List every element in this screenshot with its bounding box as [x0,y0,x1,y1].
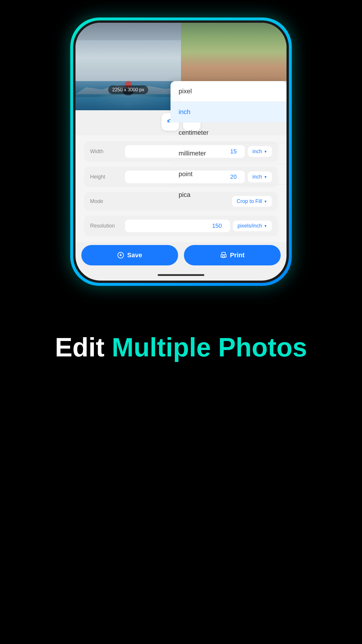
photos-strip [75,23,287,81]
kayak-photo: 2250 x 3000 px [75,81,181,110]
save-button[interactable]: Save [81,245,178,265]
phone-inner: 2250 x 3000 px pixel inch [73,20,289,283]
hero-line-3: Edit Resolution (DPI) [51,405,312,435]
dropdown-item-inch[interactable]: inch [171,102,287,123]
hero-line-2: Support All Units [74,369,288,399]
height-label: Height [90,174,125,180]
middle-section: 2250 x 3000 px pixel inch [75,81,287,110]
hero-line-1: Edit Multiple Photos [55,332,307,363]
dropdown-item-pica[interactable]: pica [171,185,287,205]
mode-label: Mode [90,198,125,204]
phone-outer: 2250 x 3000 px pixel inch [70,18,292,286]
phone-screen: 2250 x 3000 px pixel inch [75,23,287,281]
resolution-unit-selector[interactable]: pixels/inch [233,220,272,231]
photo-left [75,23,181,81]
print-button[interactable]: Print [184,245,281,265]
hero-line1-white: Edit [55,333,112,362]
dropdown-item-centimeter[interactable]: centimeter [171,123,287,143]
image-size-label: 2250 x 3000 px [108,85,148,94]
dropdown-item-point[interactable]: point [171,164,287,185]
dropdown-item-millimeter[interactable]: millimeter [171,143,287,164]
download-icon [117,252,124,259]
phone-section: 2250 x 3000 px pixel inch [0,0,362,309]
action-buttons: Save Print [75,242,287,271]
photo-right [181,23,287,81]
resolution-value[interactable]: 150 [130,223,225,229]
resolution-label: Resolution [90,223,125,229]
resolution-row: Resolution 150 pixels/inch [84,216,278,236]
svg-rect-5 [222,256,225,258]
dropdown-overlay[interactable]: pixel inch centimeter millimeter point [171,81,287,110]
dropdown-item-pixel[interactable]: pixel [171,81,287,102]
svg-rect-4 [222,252,225,255]
hero-section: Edit Multiple Photos Support All Units E… [0,309,362,464]
hero-line1-cyan: Multiple Photos [112,333,307,362]
width-label: Width [90,148,125,155]
home-indicator [158,274,204,276]
print-icon [220,252,227,259]
